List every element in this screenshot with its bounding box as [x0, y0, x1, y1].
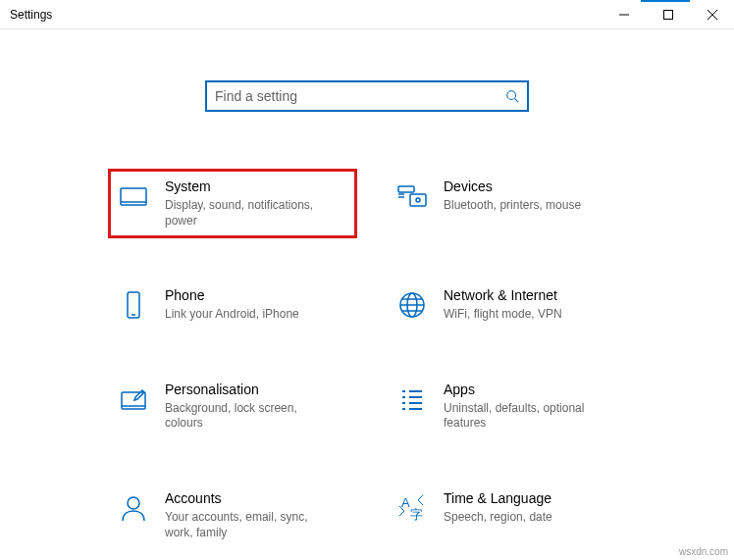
- search-box[interactable]: [205, 80, 529, 112]
- tile-accounts[interactable]: Accounts Your accounts, email, sync, wor…: [108, 481, 357, 550]
- system-icon: [118, 180, 149, 212]
- accounts-icon: [118, 492, 149, 524]
- svg-point-30: [128, 497, 139, 509]
- tile-phone[interactable]: Phone Link your Android, iPhone: [108, 278, 357, 332]
- svg-text:A: A: [401, 495, 410, 510]
- globe-icon: [396, 289, 428, 321]
- devices-icon: [396, 180, 428, 212]
- titlebar: Settings: [0, 0, 734, 29]
- close-button[interactable]: [690, 0, 734, 28]
- svg-rect-13: [128, 292, 139, 318]
- tile-title: Apps: [444, 382, 610, 397]
- tile-desc: Display, sound, notifications, power: [165, 198, 332, 229]
- tile-personalisation[interactable]: Personalisation Background, lock screen,…: [108, 372, 357, 441]
- apps-icon: [396, 383, 428, 415]
- tile-title: Devices: [444, 178, 581, 194]
- minimize-button[interactable]: [602, 0, 646, 28]
- tile-desc: Link your Android, iPhone: [165, 307, 299, 323]
- tile-desc: Bluetooth, printers, mouse: [444, 198, 581, 214]
- time-language-icon: A字: [396, 492, 428, 524]
- tile-title: Time & Language: [444, 490, 552, 506]
- tile-apps[interactable]: Apps Uninstall, defaults, optional featu…: [387, 372, 636, 441]
- maximize-button[interactable]: [646, 0, 690, 28]
- svg-rect-1: [663, 10, 672, 19]
- tile-title: Accounts: [165, 490, 332, 506]
- tile-title: Phone: [165, 287, 299, 303]
- watermark: wsxdn.com: [679, 546, 728, 557]
- tile-title: Personalisation: [165, 382, 332, 397]
- svg-text:字: 字: [410, 507, 423, 522]
- search-icon: [505, 89, 519, 103]
- tile-title: Network & Internet: [444, 287, 562, 303]
- tile-network[interactable]: Network & Internet WiFi, flight mode, VP…: [387, 278, 636, 332]
- phone-icon: [118, 289, 149, 321]
- tile-devices[interactable]: Devices Bluetooth, printers, mouse: [387, 169, 636, 238]
- svg-point-4: [507, 91, 516, 100]
- svg-rect-9: [410, 194, 426, 206]
- tile-desc: WiFi, flight mode, VPN: [444, 307, 562, 323]
- tile-title: System: [165, 178, 332, 194]
- tile-desc: Background, lock screen, colours: [165, 401, 332, 432]
- tile-desc: Speech, region, date: [444, 510, 552, 526]
- search-input[interactable]: [215, 88, 505, 104]
- window-title: Settings: [10, 8, 602, 22]
- svg-rect-8: [398, 186, 414, 192]
- tile-desc: Uninstall, defaults, optional features: [444, 401, 610, 432]
- svg-line-5: [515, 99, 519, 103]
- tile-system[interactable]: System Display, sound, notifications, po…: [108, 169, 357, 238]
- svg-point-10: [416, 198, 420, 202]
- tile-desc: Your accounts, email, sync, work, family: [165, 510, 332, 540]
- personalisation-icon: [118, 383, 149, 415]
- tile-time[interactable]: A字 Time & Language Speech, region, date: [387, 481, 636, 550]
